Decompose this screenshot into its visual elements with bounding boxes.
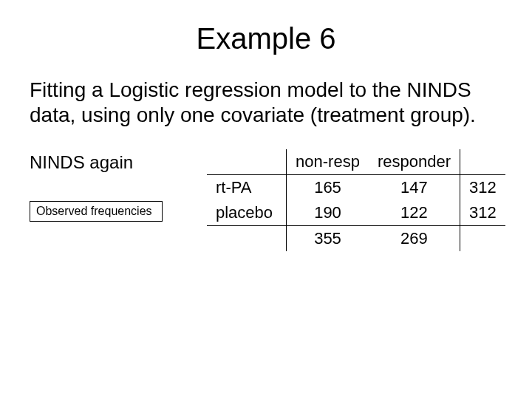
table-row: placebo 190 122 312 (207, 200, 505, 226)
content-row: NINDS again Observed frequencies non-res… (30, 149, 502, 251)
row-total: 312 (460, 175, 505, 201)
col-header-responder: responder (369, 149, 460, 175)
table-header-row: non-resp responder (207, 149, 505, 175)
cell: 122 (369, 200, 460, 226)
frequency-table: non-resp responder rt-PA 165 147 312 pla… (207, 149, 505, 251)
sub-label: NINDS again (30, 152, 207, 173)
row-total: 312 (460, 200, 505, 226)
col-total: 269 (369, 226, 460, 252)
body-paragraph: Fitting a Logistic regression model to t… (30, 78, 502, 127)
cell: 190 (287, 200, 369, 226)
cell: 147 (369, 175, 460, 201)
table: non-resp responder rt-PA 165 147 312 pla… (207, 149, 505, 251)
row-label-placebo: placebo (207, 200, 287, 226)
table-row: rt-PA 165 147 312 (207, 175, 505, 201)
slide: { "title": "Example 6", "body": "Fitting… (0, 0, 532, 399)
slide-title: Example 6 (30, 22, 502, 55)
totals-empty (460, 226, 505, 252)
row-label-rtpa: rt-PA (207, 175, 287, 201)
table-totals-row: 355 269 (207, 226, 505, 252)
col-total: 355 (287, 226, 369, 252)
header-empty (207, 149, 287, 175)
totals-empty (207, 226, 287, 252)
col-header-nonresp: non-resp (287, 149, 369, 175)
left-column: NINDS again Observed frequencies (30, 149, 207, 222)
header-empty-total (460, 149, 505, 175)
cell: 165 (287, 175, 369, 201)
observed-frequencies-box: Observed frequencies (30, 201, 163, 222)
